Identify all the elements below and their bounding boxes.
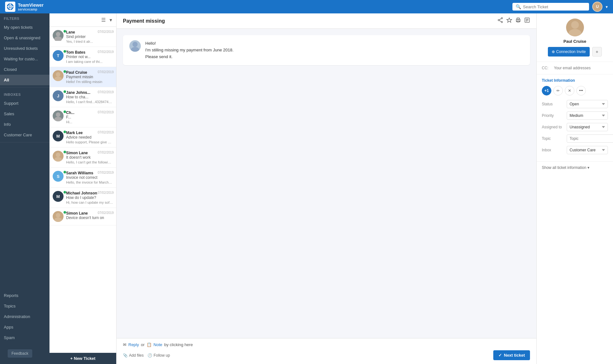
message-bubble: Hello! I'm stilling missing my payment f… [123,35,530,65]
download-icon[interactable] [524,17,530,25]
svg-point-9 [54,117,62,121]
sidebar-item-open-unassigned[interactable]: Open & unassigned [0,33,49,43]
svg-point-16 [501,21,503,23]
sidebar-item-all[interactable]: All [0,75,49,85]
ticket-list: ☰ ▾ Lane Sind printer Yes, I tried it al… [49,13,117,364]
svg-point-12 [56,213,60,217]
inbox-select[interactable]: Customer Care Support Sales Info [567,146,608,154]
plus-one-button[interactable]: +1 [542,86,551,95]
svg-point-11 [54,157,62,162]
ticket-item[interactable]: Simon Lane Device doesn't turn on 07/02/… [49,208,116,225]
sort-icon[interactable]: ▾ [109,16,113,24]
status-select[interactable]: Open Closed Pending [567,100,608,108]
app-name: TeamViewer servicecamp [18,3,43,11]
sidebar-item-sales[interactable]: Sales [0,109,49,119]
share-icon[interactable] [497,17,503,25]
ticket-info-section: Ticket Information +1 ✏ ✕ ••• Status Ope… [537,74,613,161]
ticket-info-actions: +1 ✏ ✕ ••• [542,86,608,95]
ticket-item[interactable]: Simon Lane It doesn't work Hello, I can'… [49,148,116,168]
priority-label: Priority [542,113,564,118]
sidebar-item-support[interactable]: Support [0,98,49,109]
ticket-item[interactable]: Ch... F... Hi... 07/02/2019 [49,107,116,127]
close-button[interactable]: ✕ [565,86,574,95]
svg-point-15 [498,19,499,21]
new-ticket-button[interactable]: + New Ticket [49,353,116,364]
ticket-indicator [64,90,66,93]
filters-label: FILTERS [0,13,49,22]
ticket-body: Hello! I'm stilling missing my payment f… [117,29,536,338]
follow-up-action[interactable]: 🕐 Follow up [148,353,170,358]
main-content: Payment missing [117,13,536,364]
svg-point-4 [56,32,60,36]
right-panel: Paul Cruise ⊕ Connection Invite + CC: Ti… [536,13,613,364]
checkmark-icon: ✓ [498,353,502,358]
svg-point-6 [56,72,60,77]
ticket-item[interactable]: T Tom Bates Printer not w... I am taking… [49,47,116,67]
search-icon: 🔍 [516,4,521,9]
show-all-ticket-info[interactable]: Show all ticket information ▾ [537,161,613,174]
sidebar-bottom: Reports Topics Administration Apps Spam … [0,290,49,364]
sidebar-item-unresolved[interactable]: Unresolved tickets [0,43,49,54]
user-dropdown-icon[interactable]: ▾ [606,4,608,9]
more-options-button[interactable]: ••• [576,86,586,95]
user-avatar[interactable]: U [592,2,602,12]
priority-select[interactable]: Low Medium High [567,111,608,120]
edit-button[interactable]: ✏ [553,86,563,95]
sidebar-item-apps[interactable]: Apps [0,322,49,332]
ticket-item[interactable]: M Michael Johnson How do I update? Hi, h… [49,188,116,208]
sidebar-item-info[interactable]: Info [0,119,49,130]
svg-rect-21 [517,18,519,19]
ticket-indicator [64,70,66,73]
ticket-avatar: M [53,191,64,202]
search-input[interactable] [523,4,586,9]
ticket-item[interactable]: Paul Cruise Payment missin Hello! I'm st… [49,67,116,87]
svg-marker-19 [507,18,512,22]
cc-input[interactable] [554,66,608,70]
svg-point-13 [54,217,62,222]
ticket-indicator [64,151,66,153]
sidebar-item-topics[interactable]: Topics [0,301,49,311]
contact-buttons: ⊕ Connection Invite + [542,47,608,57]
print-icon[interactable] [515,17,521,25]
feedback-button[interactable]: Feedback [8,349,32,358]
next-ticket-button[interactable]: ✓ Next ticket [493,350,530,360]
message-avatar [129,40,141,52]
sidebar-item-spam[interactable]: Spam [0,332,49,343]
ticket-item[interactable]: S Sarah Williams Invoice not correct Hel… [49,168,116,188]
ticket-item[interactable]: M Mark Lee Advice needed Hello support, … [49,127,116,148]
sidebar-item-reports[interactable]: Reports [0,290,49,301]
reply-link[interactable]: Reply [128,342,139,347]
list-view-icon[interactable]: ☰ [100,16,107,24]
assigned-row: Assigned to Unassigned Support Sales [542,123,608,131]
sidebar: FILTERS My open tickets Open & unassigne… [0,13,49,364]
ticket-avatar [53,110,64,121]
star-icon[interactable] [506,17,512,25]
app-logo[interactable]: TeamViewer servicecamp [5,2,43,12]
ticket-indicator [64,110,66,113]
connection-invite-button[interactable]: ⊕ Connection Invite [548,47,590,57]
priority-row: Priority Low Medium High [542,111,608,120]
sidebar-item-my-open[interactable]: My open tickets [0,22,49,33]
ticket-indicator [64,211,66,214]
sidebar-item-customer-care[interactable]: Customer Care [0,130,49,140]
svg-point-28 [131,47,139,52]
ticket-indicator [64,191,66,193]
contact-avatar [566,19,584,36]
sidebar-item-closed[interactable]: Closed [0,64,49,75]
assigned-select[interactable]: Unassigned Support Sales [567,123,608,131]
svg-line-17 [499,19,501,20]
ticket-indicator [64,30,66,33]
ticket-item[interactable]: J Jane Johns... How to cha... Hello, I c… [49,87,116,107]
add-user-button[interactable]: + [592,47,602,57]
add-files-action[interactable]: 📎 Add files [123,353,144,358]
ticket-avatar [53,151,64,162]
ticket-item[interactable]: Lane Sind printer Yes, I tried it alr...… [49,27,116,47]
svg-line-18 [499,21,501,22]
ticket-indicator [64,50,66,53]
ticket-title: Payment missing [123,18,165,24]
search-box[interactable]: 🔍 [512,3,589,11]
topic-input[interactable] [567,134,613,143]
note-link[interactable]: Note [154,342,162,347]
sidebar-item-waiting[interactable]: Waiting for custo... [0,54,49,64]
sidebar-item-administration[interactable]: Administration [0,311,49,322]
